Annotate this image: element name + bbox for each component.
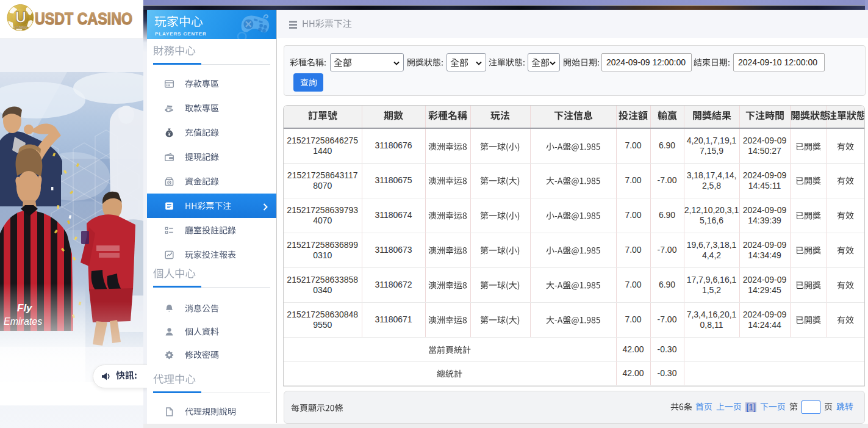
svg-text:CASINO: CASINO (14, 26, 27, 29)
svg-text:U: U (15, 9, 26, 26)
svg-text:USDT CASINO: USDT CASINO (35, 9, 132, 28)
